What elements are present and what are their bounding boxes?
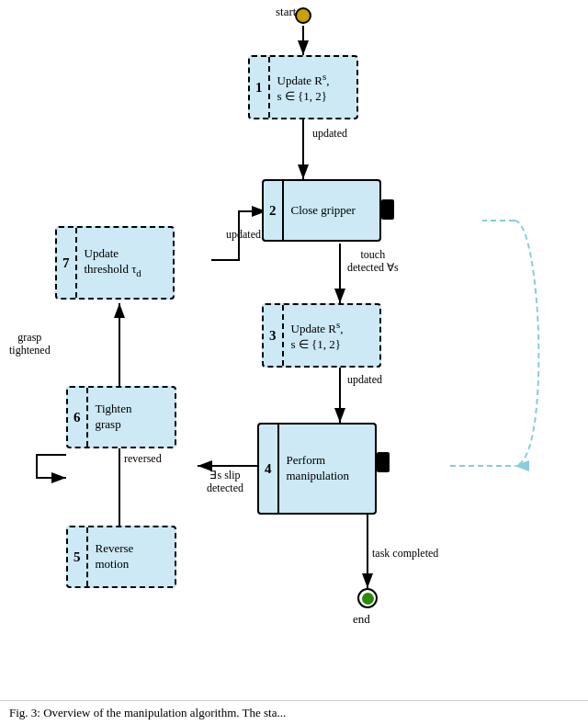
state-1-label: Update Rs,s ∈ {1, 2} xyxy=(270,66,337,108)
state-6-num: 6 xyxy=(68,388,88,447)
label-s2-s3: touchdetected ∀s xyxy=(347,248,399,275)
state-4-label: Performmanipulation xyxy=(279,449,357,488)
state-5-label: Reversemotion xyxy=(88,538,141,576)
caption: Fig. 3: Overview of the manipulation alg… xyxy=(0,700,588,725)
s2-connector xyxy=(381,199,394,220)
start-label: start xyxy=(276,5,296,19)
label-s4-end: task completed xyxy=(372,547,438,560)
state-4-num: 4 xyxy=(259,425,279,513)
state-7: 7 Updatethreshold τd xyxy=(55,226,175,300)
state-2-num: 2 xyxy=(264,181,284,240)
state-6: 6 Tightengrasp xyxy=(66,386,176,448)
end-node xyxy=(357,588,378,608)
state-3: 3 Update Rs,s ∈ {1, 2} xyxy=(262,303,381,368)
state-5-num: 5 xyxy=(68,527,88,586)
end-label: end xyxy=(353,612,370,627)
state-6-label: Tightengrasp xyxy=(88,398,140,436)
label-s3-s4: updated xyxy=(347,373,382,386)
state-1: 1 Update Rs,s ∈ {1, 2} xyxy=(248,55,358,119)
diagram: start 1 Update Rs,s ∈ {1, 2} updated 2 C… xyxy=(0,0,588,689)
state-7-label: Updatethreshold τd xyxy=(77,243,149,283)
label-s4-s5: ∃s slipdetected xyxy=(207,469,243,495)
s4-connector xyxy=(377,452,390,472)
label-s1-s2: updated xyxy=(312,127,347,140)
state-4: 4 Performmanipulation xyxy=(257,423,377,515)
state-5: 5 Reversemotion xyxy=(66,526,176,588)
state-7-num: 7 xyxy=(57,228,77,298)
state-1-num: 1 xyxy=(250,57,270,118)
caption-text: Fig. 3: Overview of the manipulation alg… xyxy=(9,706,286,719)
state-3-num: 3 xyxy=(264,305,284,366)
label-s7-s2: updated xyxy=(226,228,261,241)
end-circle-inner xyxy=(362,593,374,605)
label-s5-s6: reversed xyxy=(124,452,162,465)
state-2-label: Close gripper xyxy=(284,199,363,222)
state-3-label: Update Rs,s ∈ {1, 2} xyxy=(284,314,351,357)
label-s6-s7: grasptightened xyxy=(9,331,51,357)
start-node xyxy=(295,7,311,24)
state-2: 2 Close gripper xyxy=(262,179,381,242)
